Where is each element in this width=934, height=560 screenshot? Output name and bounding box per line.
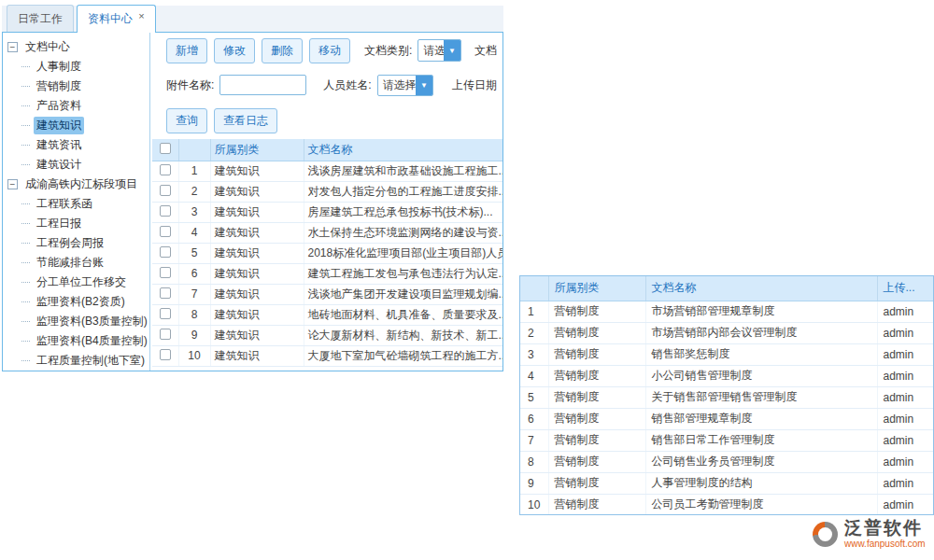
col-category[interactable]: 所属别类: [548, 276, 645, 301]
row-category: 建筑知识: [210, 284, 304, 304]
tree-node[interactable]: 建筑资讯: [7, 135, 149, 155]
query-button[interactable]: 查询: [166, 108, 207, 133]
tab-data-center[interactable]: 资料中心 ×: [77, 5, 156, 33]
document-table-row[interactable]: 6 建筑知识 建筑工程施工发包与承包违法行为认定...: [152, 263, 502, 284]
row-number: 9: [178, 325, 210, 345]
tree-node-label: 监理资料(B2资质): [34, 293, 128, 311]
row-checkbox[interactable]: [160, 246, 171, 258]
tree-node[interactable]: 工程质量控制(地下室): [7, 351, 149, 371]
row-number: 8: [178, 304, 210, 325]
col-docname[interactable]: 文档名称: [645, 276, 877, 301]
view-log-button[interactable]: 查看日志: [214, 108, 277, 133]
attachment-name-input[interactable]: [219, 75, 306, 95]
document-table-row[interactable]: 5 建筑知识 2018标准化监理项目部(业主项目部)人员...: [152, 243, 502, 263]
tree-node-label: 工程例会周报: [34, 234, 106, 252]
tree-node[interactable]: 监理资料(B4质量控制): [7, 331, 149, 351]
tree-node-label: 人事制度: [34, 58, 84, 76]
add-button[interactable]: 新增: [166, 38, 207, 63]
tree-node[interactable]: 建筑知识: [7, 116, 149, 135]
marketing-table-row[interactable]: 8 营销制度 公司销售业务员管理制度 admin: [520, 451, 933, 472]
row-checkbox[interactable]: [160, 308, 171, 319]
tree-node-label: 建筑资讯: [34, 136, 84, 154]
tree-node[interactable]: 工程日报: [7, 214, 149, 233]
col-category[interactable]: 所属别类: [210, 139, 304, 161]
tree-node[interactable]: 文档中心: [7, 37, 149, 57]
tab-daily-work[interactable]: 日常工作: [7, 5, 74, 32]
row-checkbox[interactable]: [160, 164, 171, 175]
marketing-doc-window: 所属别类 文档名称 上传... 1 营销制度 市场营销部管理规章制度 admin: [519, 275, 934, 515]
document-table-row[interactable]: 7 建筑知识 浅谈地产集团开发建设项目监理规划编...: [152, 284, 502, 304]
document-table-row[interactable]: 2 建筑知识 对发包人指定分包的工程施工进度安排...: [152, 181, 502, 202]
collapse-icon[interactable]: [7, 179, 18, 189]
tree-node[interactable]: 工程例会周报: [7, 233, 149, 253]
row-docname: 销售部日常工作管理制度: [645, 429, 877, 451]
tree-node-label: 建筑设计: [34, 156, 84, 174]
marketing-table-row[interactable]: 5 营销制度 关于销售部管理销售管理制度 admin: [520, 386, 933, 408]
marketing-table-row[interactable]: 2 营销制度 市场营销部内部会议管理制度 admin: [520, 322, 933, 343]
row-uploader: admin: [877, 408, 933, 429]
tree-node[interactable]: 产品资料: [7, 96, 149, 116]
col-uploader[interactable]: 上传...: [877, 276, 933, 301]
select-all-checkbox[interactable]: [160, 143, 171, 154]
marketing-table-row[interactable]: 4 营销制度 小公司销售管理制度 admin: [520, 365, 933, 386]
row-checkbox[interactable]: [160, 349, 171, 360]
tree-node[interactable]: 节能减排台账: [7, 253, 149, 273]
row-checkbox[interactable]: [160, 185, 171, 196]
document-table-row[interactable]: 1 建筑知识 浅谈房屋建筑和市政基础设施工程施工...: [152, 161, 502, 181]
row-docname: 人事管理制度的结构: [645, 472, 877, 494]
row-uploader: admin: [877, 322, 933, 343]
tree-node[interactable]: 监理资料(B3质量控制): [7, 312, 149, 331]
marketing-table-row[interactable]: 3 营销制度 销售部奖惩制度 admin: [520, 343, 933, 365]
close-icon[interactable]: ×: [138, 10, 144, 21]
collapse-icon[interactable]: [7, 42, 18, 52]
row-number: 3: [178, 202, 210, 222]
tree-node[interactable]: 营销制度: [7, 77, 149, 96]
action-row: 查询 查看日志: [166, 109, 502, 132]
row-docname: 水土保持生态环境监测网络的建设与资...: [304, 222, 502, 243]
row-checkbox[interactable]: [160, 226, 171, 237]
row-number: 5: [520, 386, 548, 408]
doc-category-select[interactable]: 请选择 ▼: [417, 39, 461, 62]
modify-button[interactable]: 修改: [214, 38, 255, 63]
row-checkbox[interactable]: [160, 329, 171, 340]
tree-node[interactable]: 分工单位工作移交: [7, 273, 149, 292]
document-table-row[interactable]: 8 建筑知识 地砖地面材料、机具准备、质量要求及...: [152, 304, 502, 325]
tree-connector: [21, 164, 30, 165]
col-docname[interactable]: 文档名称: [304, 139, 502, 161]
marketing-table-row[interactable]: 9 营销制度 人事管理制度的结构 admin: [520, 472, 933, 494]
tree-node[interactable]: 成渝高铁内江标段项目: [7, 175, 149, 194]
person-name-label: 人员姓名:: [323, 77, 371, 93]
person-name-select[interactable]: 请选择 ▼: [377, 75, 433, 96]
tree-connector: [21, 86, 30, 87]
tree-connector: [21, 341, 30, 342]
row-number: 9: [520, 472, 548, 494]
tab-bar: 日常工作 资料中心 ×: [2, 6, 503, 32]
document-table-row[interactable]: 3 建筑知识 房屋建筑工程总承包投标书(技术标)...: [152, 202, 502, 222]
document-table-row[interactable]: 10 建筑知识 大厦地下室加气砼墙砌筑工程的施工方...: [152, 345, 502, 366]
tree-node[interactable]: 建筑设计: [7, 155, 149, 175]
marketing-table-row[interactable]: 10 营销制度 公司员工考勤管理制度 admin: [520, 494, 933, 515]
tree-node-label: 工程质量控制(地下室): [34, 352, 148, 370]
row-checkbox[interactable]: [160, 287, 171, 299]
document-table-row[interactable]: 4 建筑知识 水土保持生态环境监测网络的建设与资...: [152, 222, 502, 243]
tree-node[interactable]: 人事制度: [7, 57, 149, 77]
marketing-table-row[interactable]: 1 营销制度 市场营销部管理规章制度 admin: [520, 301, 933, 322]
move-button[interactable]: 移动: [309, 38, 350, 63]
row-checkbox[interactable]: [160, 267, 171, 278]
tree-node[interactable]: 工程联系函: [7, 194, 149, 214]
marketing-table-row[interactable]: 7 营销制度 销售部日常工作管理制度 admin: [520, 429, 933, 451]
delete-button[interactable]: 删除: [262, 38, 303, 63]
row-checkbox[interactable]: [160, 205, 171, 217]
row-docname: 市场营销部管理规章制度: [645, 301, 877, 322]
row-docname: 销售部奖惩制度: [645, 343, 877, 365]
marketing-table-row[interactable]: 6 营销制度 销售部管理规章制度 admin: [520, 408, 933, 429]
tree-node[interactable]: 监理资料(B2资质): [7, 292, 149, 312]
tree-node-label: 监理资料(B3质量控制): [34, 313, 149, 330]
row-category: 营销制度: [548, 343, 645, 365]
document-table-row[interactable]: 9 建筑知识 论大厦新材料、新结构、新技术、新工...: [152, 325, 502, 345]
row-uploader: admin: [877, 365, 933, 386]
row-category: 建筑知识: [210, 304, 304, 325]
desktop: 日常工作 资料中心 × 文档中心: [0, 0, 934, 560]
tree-connector: [21, 105, 30, 106]
tree-connector: [21, 262, 30, 263]
